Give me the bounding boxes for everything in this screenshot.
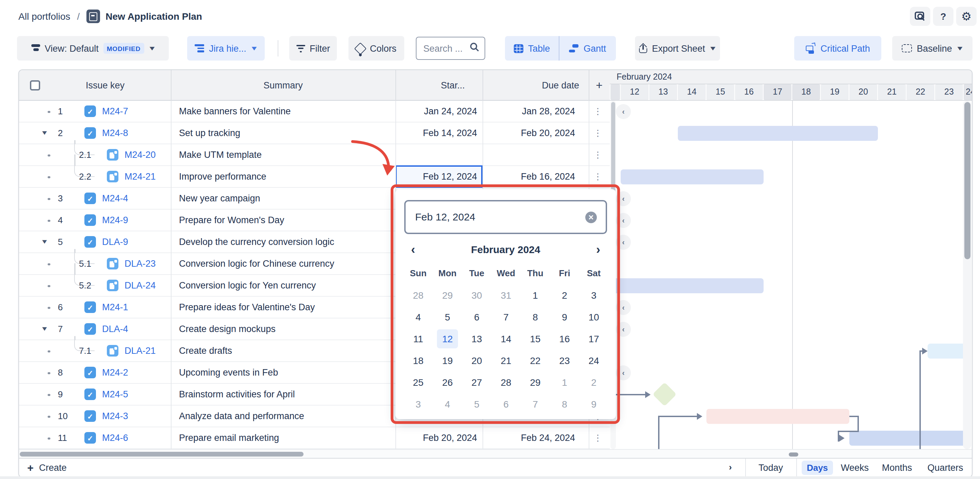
filter-button[interactable]: Filter [289, 36, 337, 60]
due-date-cell[interactable]: Feb 16, 2024 [482, 166, 582, 187]
scroll-to-task-chevron[interactable]: ‹ [616, 104, 631, 119]
table-icon [514, 44, 523, 53]
table-row[interactable]: 1✓M24-7Make banners for ValentineJan 24,… [19, 101, 610, 123]
issue-summary[interactable]: Create design mockups [179, 318, 275, 339]
today-button[interactable]: Today [745, 458, 796, 477]
issue-key-link[interactable]: M24-7 [102, 101, 128, 122]
zoom-months-button[interactable]: Months [879, 458, 915, 477]
issue-key-link[interactable]: M24-3 [102, 406, 128, 426]
issue-summary[interactable]: New year campaign [179, 188, 260, 209]
zoom-weeks-button[interactable]: Weeks [838, 458, 871, 477]
task-type-icon: ✓ [84, 367, 96, 378]
create-label: Create [39, 458, 67, 477]
issue-summary[interactable]: Prepare ideas for Valentine's Day [179, 297, 315, 318]
issue-key-link[interactable]: M24-4 [102, 188, 128, 209]
table-view-button[interactable]: Table [505, 36, 559, 60]
issue-summary[interactable]: Improve performance [179, 166, 266, 187]
issue-summary[interactable]: Develop the currency conversion logic [179, 231, 334, 252]
expand-chevron-icon[interactable]: ▼ [40, 231, 48, 252]
expand-chevron-icon[interactable]: ▼ [40, 318, 48, 339]
colors-label: Colors [370, 43, 396, 53]
row-menu-kebab-icon[interactable]: ⋮ [593, 144, 602, 166]
settings-button[interactable]: ⚙ [956, 7, 977, 26]
issue-key-link[interactable]: DLA-23 [124, 253, 156, 274]
gantt-view-button[interactable]: Gantt [559, 36, 616, 60]
gantt-horizontal-scrollbar[interactable] [789, 452, 798, 456]
view-selector-button[interactable]: View: Default MODIFIED ▼ [17, 36, 169, 60]
issue-key-link[interactable]: DLA-24 [124, 275, 156, 296]
due-date-cell[interactable]: Feb 20, 2024 [482, 123, 582, 143]
gantt-bar-10[interactable] [706, 409, 850, 424]
issue-summary[interactable]: Brainstorm activities for April [179, 384, 295, 405]
table-row[interactable]: 2.1M24-20Make UTM template⋮ [19, 144, 610, 166]
start-date-cell[interactable]: Feb 12, 2024 [395, 166, 477, 187]
issue-key-link[interactable]: M24-21 [124, 166, 156, 187]
column-issue-key[interactable]: Issue key [19, 70, 171, 101]
gantt-bar-11[interactable] [850, 431, 963, 446]
gantt-bar-2.2[interactable] [620, 169, 764, 185]
hierarchy-icon [195, 44, 204, 53]
start-date-cell[interactable]: Feb 14, 2024 [395, 123, 477, 143]
issue-key-link[interactable]: M24-6 [102, 427, 128, 449]
issue-summary[interactable]: Make UTM template [179, 144, 262, 166]
table-row[interactable]: ▼2✓M24-8Set up trackingFeb 14, 2024Feb 2… [19, 123, 610, 144]
row-menu-kebab-icon[interactable]: ⋮ [593, 427, 602, 449]
start-date-cell[interactable]: Feb 20, 2024 [395, 427, 477, 449]
add-column-button[interactable]: + [589, 70, 610, 101]
gantt-bar-2[interactable] [678, 126, 878, 141]
table-horizontal-scrollbar[interactable] [20, 452, 304, 457]
issue-summary[interactable]: Set up tracking [179, 123, 240, 143]
issue-summary[interactable]: Conversion logic for Chinese currency [179, 253, 334, 274]
zoom-days-button[interactable]: Days [802, 461, 833, 475]
issue-summary[interactable]: Analyze data and performance [179, 406, 304, 426]
issue-summary[interactable]: Create drafts [179, 340, 232, 361]
row-menu-kebab-icon[interactable]: ⋮ [593, 166, 602, 187]
dependency-connector [838, 431, 859, 432]
gantt-bar-5.2[interactable] [610, 278, 764, 293]
search-input[interactable]: Search ... [416, 37, 485, 60]
gantt-day-cell: 14 [678, 84, 706, 100]
due-date-cell[interactable]: Jan 28, 2024 [482, 101, 582, 122]
export-sheet-button[interactable]: Export Sheet ▼ [635, 36, 720, 60]
issue-summary[interactable]: Conversion logic for Yen currency [179, 275, 316, 296]
gantt-day-cell: 15 [706, 84, 734, 100]
issue-key-link[interactable]: DLA-4 [102, 318, 128, 339]
column-summary[interactable]: Summary [171, 70, 395, 101]
start-date-cell[interactable]: Jan 24, 2024 [395, 101, 477, 122]
issue-summary[interactable]: Upcoming events in Feb [179, 362, 278, 383]
gantt-label: Gantt [584, 43, 606, 53]
due-date-cell[interactable]: Feb 24, 2024 [482, 427, 582, 449]
issue-key-link[interactable]: M24-20 [124, 144, 156, 166]
column-due-date[interactable]: Due date [482, 70, 589, 101]
issue-key-link[interactable]: DLA-9 [102, 231, 128, 252]
table-row[interactable]: 11✓M24-6Prepare email marketingFeb 20, 2… [19, 427, 610, 449]
issue-key-link[interactable]: M24-9 [102, 210, 128, 231]
issue-key-link[interactable]: M24-1 [102, 297, 128, 318]
issue-key-link[interactable]: M24-8 [102, 123, 128, 143]
baseline-button[interactable]: Baseline ▼ [892, 36, 972, 60]
row-dot [48, 415, 50, 418]
issue-key-link[interactable]: DLA-21 [124, 340, 156, 361]
breadcrumb-all-portfolios[interactable]: All portfolios [18, 11, 70, 22]
gantt-bar-7.1[interactable] [928, 344, 963, 358]
issue-summary[interactable]: Make banners for Valentine [179, 101, 291, 122]
issue-key-link[interactable]: M24-5 [102, 384, 128, 405]
issue-summary[interactable]: Prepare email marketing [179, 427, 279, 449]
row-dot [48, 372, 50, 374]
issue-summary[interactable]: Prepare for Women's Day [179, 210, 284, 231]
colors-button[interactable]: Colors [348, 36, 404, 60]
preview-button[interactable] [910, 7, 930, 26]
row-menu-kebab-icon[interactable]: ⋮ [593, 101, 602, 122]
critical-path-label: Critical Path [821, 43, 870, 53]
row-menu-kebab-icon[interactable]: ⋮ [593, 123, 602, 143]
hierarchy-selector-button[interactable]: Jira hie... ▼ [187, 36, 265, 60]
create-button[interactable]: + Create [27, 458, 67, 477]
top-bar: All portfolios / New Application Plan ? … [0, 0, 980, 31]
critical-path-button[interactable]: Critical Path [794, 36, 881, 60]
zoom-quarters-button[interactable]: Quarters [924, 458, 966, 477]
issue-key-link[interactable]: M24-2 [102, 362, 128, 383]
expand-panel-chevron[interactable]: › [729, 458, 732, 476]
column-start-date[interactable]: Star... [395, 70, 482, 101]
help-button[interactable]: ? [933, 7, 953, 26]
expand-chevron-icon[interactable]: ▼ [40, 123, 48, 143]
